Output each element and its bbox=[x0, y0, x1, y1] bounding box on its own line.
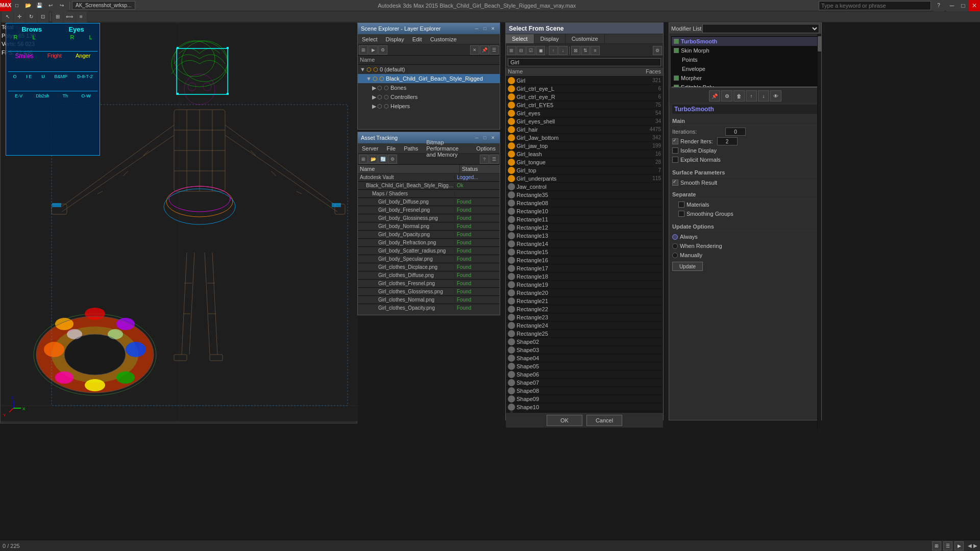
scene-object-16[interactable]: Rectangle10 bbox=[506, 207, 663, 215]
scene-object-38[interactable]: Shape08 bbox=[506, 387, 663, 395]
align-btn[interactable]: ≡ bbox=[76, 11, 87, 22]
sfs-btn3[interactable]: ☑ bbox=[526, 46, 535, 55]
sfs-sort-btn[interactable]: ⇅ bbox=[581, 46, 590, 55]
scene-object-22[interactable]: Rectangle16 bbox=[506, 256, 663, 264]
scene-object-26[interactable]: Rectangle20 bbox=[506, 289, 663, 297]
at-maximize-btn[interactable]: □ bbox=[481, 134, 488, 141]
scene-object-36[interactable]: Shape06 bbox=[506, 370, 663, 379]
render-iters-cb[interactable] bbox=[672, 138, 678, 144]
scene-object-5[interactable]: Girl_eyes_shell34 bbox=[506, 117, 663, 126]
sfs-tab-customize[interactable]: Customize bbox=[566, 34, 605, 43]
scene-object-37[interactable]: Shape07 bbox=[506, 379, 663, 387]
at-btn1[interactable]: ⊞ bbox=[359, 155, 368, 164]
sfs-btn1[interactable]: ⊞ bbox=[507, 46, 516, 55]
se-pin-btn[interactable]: 📌 bbox=[480, 45, 489, 55]
scene-object-32[interactable]: Shape02 bbox=[506, 338, 663, 346]
asset-row-0[interactable]: Autodesk VaultLogged... bbox=[358, 173, 500, 182]
at-btn3[interactable]: 🔄 bbox=[378, 155, 387, 164]
scene-object-40[interactable]: Shape10 bbox=[506, 403, 663, 411]
at-minimize-btn[interactable]: ─ bbox=[473, 134, 480, 141]
modifier-list-dropdown[interactable] bbox=[702, 24, 819, 33]
scene-object-10[interactable]: Girl_tongue28 bbox=[506, 158, 663, 166]
smooth-result-cb[interactable] bbox=[672, 180, 678, 186]
scene-object-6[interactable]: Girl_hair4475 bbox=[506, 126, 663, 134]
rotate-btn[interactable]: ↻ bbox=[26, 11, 37, 22]
layer-black-child[interactable]: ▼ ⬡ ⬡ Black_Child_Girl_Beach_Style_Rigge… bbox=[358, 74, 500, 83]
se-menu-display[interactable]: Display bbox=[384, 36, 406, 42]
mod-down-btn[interactable]: ↓ bbox=[758, 90, 769, 102]
scene-object-4[interactable]: Girl_eyes54 bbox=[506, 109, 663, 117]
scene-object-39[interactable]: Shape09 bbox=[506, 395, 663, 403]
asset-row-2[interactable]: Maps / Shaders bbox=[358, 190, 500, 198]
scene-object-11[interactable]: Girl_top7 bbox=[506, 166, 663, 174]
mod-points[interactable]: Points bbox=[672, 55, 819, 64]
scene-object-7[interactable]: Girl_Jaw_bottom342 bbox=[506, 134, 663, 142]
asset-row-16[interactable]: Girl_clothes_Opacity.pngFound bbox=[358, 304, 500, 311]
mirror-btn[interactable]: ⟺ bbox=[64, 11, 75, 22]
asset-row-5[interactable]: Girl_body_Glossiness.pngFound bbox=[358, 214, 500, 222]
keyword-search-input[interactable] bbox=[819, 3, 930, 9]
sfs-btn6[interactable]: ↓ bbox=[558, 46, 568, 55]
undo-btn[interactable]: ↩ bbox=[45, 0, 56, 11]
new-btn[interactable]: □ bbox=[11, 0, 22, 11]
scrollbar-thumb[interactable] bbox=[818, 36, 822, 52]
scene-object-12[interactable]: Girl_underpants115 bbox=[506, 174, 663, 183]
scene-object-17[interactable]: Rectangle11 bbox=[506, 215, 663, 223]
sfs-tab-select[interactable]: Select bbox=[506, 34, 534, 43]
se-options-btn[interactable]: ☰ bbox=[489, 45, 499, 55]
mod-skinmorph[interactable]: Skin Morph bbox=[672, 46, 819, 55]
scene-object-3[interactable]: Girl_ctrl_EYE575 bbox=[506, 101, 663, 109]
se-settings-btn[interactable]: ⚙ bbox=[378, 45, 387, 55]
asset-row-14[interactable]: Girl_clothes_Glossiness.pngFound bbox=[358, 288, 500, 296]
scene-object-9[interactable]: Girl_leash16 bbox=[506, 150, 663, 158]
scene-object-41[interactable]: Shape11 bbox=[506, 411, 663, 412]
se-expand-btn[interactable]: ▶ bbox=[369, 45, 378, 55]
mod-envelope[interactable]: Envelope bbox=[672, 64, 819, 73]
se-minimize-btn[interactable]: ─ bbox=[473, 25, 480, 32]
sfs-filter-btn[interactable]: ⊠ bbox=[571, 46, 580, 55]
sfs-list-btn[interactable]: ≡ bbox=[591, 46, 600, 55]
scene-object-0[interactable]: Girl321 bbox=[506, 77, 663, 85]
scene-object-29[interactable]: Rectangle23 bbox=[506, 313, 663, 321]
snap-btn[interactable]: ⊞ bbox=[52, 11, 63, 22]
asset-row-3[interactable]: Girl_body_Diffuse.pngFound bbox=[358, 198, 500, 206]
sfs-options-btn[interactable]: ⚙ bbox=[653, 46, 662, 55]
scene-object-19[interactable]: Rectangle13 bbox=[506, 232, 663, 240]
smoothing-groups-cb[interactable] bbox=[678, 211, 684, 217]
at-close-btn[interactable]: ✕ bbox=[489, 134, 497, 141]
mod-morpher[interactable]: Morpher bbox=[672, 73, 819, 83]
layer-controllers[interactable]: ▶ ⬡ ⬡ Controllers bbox=[358, 92, 500, 102]
mod-delete-btn[interactable]: 🗑 bbox=[733, 90, 745, 102]
scene-object-33[interactable]: Shape03 bbox=[506, 346, 663, 354]
scene-object-28[interactable]: Rectangle22 bbox=[506, 305, 663, 313]
scene-object-13[interactable]: Jaw_control bbox=[506, 183, 663, 191]
scene-object-34[interactable]: Shape04 bbox=[506, 354, 663, 362]
mod-up-btn[interactable]: ↑ bbox=[746, 90, 757, 102]
at-help-btn[interactable]: ? bbox=[480, 155, 489, 164]
asset-row-15[interactable]: Girl_clothes_Normal.pngFound bbox=[358, 296, 500, 304]
asset-row-7[interactable]: Girl_body_Opacity.pngFound bbox=[358, 231, 500, 239]
mod-turbosm[interactable]: TurboSmooth bbox=[672, 37, 819, 46]
materials-cb[interactable] bbox=[678, 202, 684, 208]
scene-object-23[interactable]: Rectangle17 bbox=[506, 264, 663, 272]
at-btn4[interactable]: ⚙ bbox=[388, 155, 397, 164]
layer-default[interactable]: ▼ ⬡ ⬡ 0 (default) bbox=[358, 65, 500, 74]
asset-row-13[interactable]: Girl_clothes_Fresnel.pngFound bbox=[358, 280, 500, 288]
render-iters-input[interactable] bbox=[717, 137, 738, 145]
layer-helpers[interactable]: ▶ ⬡ ⬡ Helpers bbox=[358, 102, 500, 111]
at-menu-server[interactable]: Server bbox=[360, 145, 380, 152]
scene-object-30[interactable]: Rectangle24 bbox=[506, 321, 663, 330]
se-close2-btn[interactable]: ✕ bbox=[470, 45, 479, 55]
minimize-btn[interactable]: ─ bbox=[946, 0, 958, 11]
at-menu-bitmap[interactable]: Bitmap Performance and Memory bbox=[424, 139, 470, 158]
manually-radio[interactable] bbox=[672, 253, 678, 258]
explicit-normals-cb[interactable] bbox=[672, 157, 678, 163]
sb-btn3[interactable]: ▶ bbox=[954, 541, 964, 550]
sfs-btn2[interactable]: ⊟ bbox=[517, 46, 526, 55]
scene-object-14[interactable]: Rectangle35 bbox=[506, 191, 663, 199]
sfs-cancel-btn[interactable]: Cancel bbox=[586, 415, 622, 426]
scene-object-18[interactable]: Rectangle12 bbox=[506, 223, 663, 232]
mod-pin-btn[interactable]: 📌 bbox=[709, 90, 720, 102]
always-radio[interactable] bbox=[672, 234, 678, 240]
sfs-search-input[interactable] bbox=[508, 58, 661, 66]
